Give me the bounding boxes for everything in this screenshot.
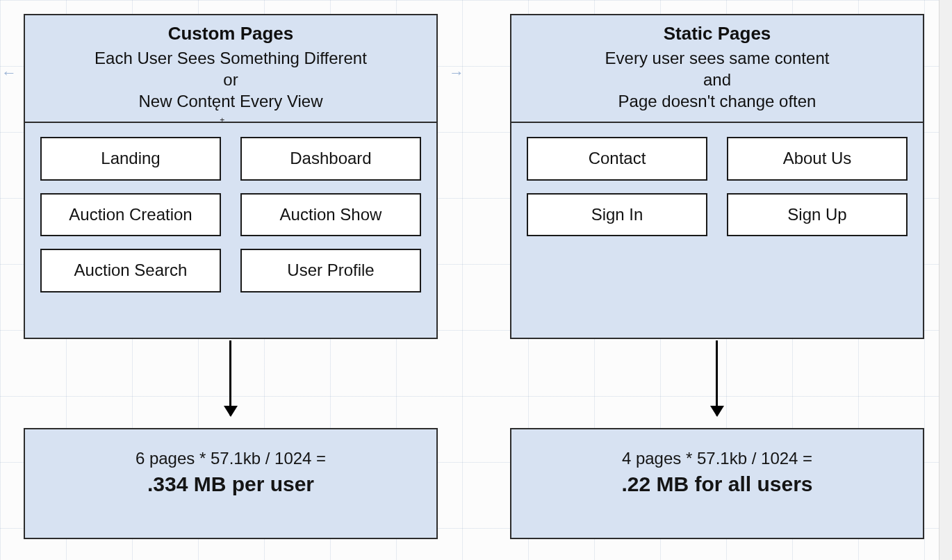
custom-pages-title: Custom Pages (38, 22, 424, 46)
custom-pages-caret-char: ę (212, 92, 221, 110)
page-box-sign-up[interactable]: Sign Up (727, 193, 908, 236)
diagram-canvas[interactable]: ← → Custom Pages Each User Sees Somethin… (0, 0, 952, 560)
page-box-auction-creation[interactable]: Auction Creation (40, 193, 221, 236)
static-pages-panel[interactable]: Static Pages Every user sees same conten… (510, 14, 924, 339)
custom-pages-sub2: New Contęnt Every View (38, 90, 424, 112)
custom-pages-header: Custom Pages Each User Sees Something Di… (25, 15, 436, 123)
canvas-hint-left-arrow-icon: ← (1, 64, 17, 82)
custom-pages-sub2a: New Cont (138, 92, 211, 110)
static-pages-title: Static Pages (524, 22, 910, 46)
static-pages-header: Static Pages Every user sees same conten… (511, 15, 923, 123)
static-pages-body: Contact About Us Sign In Sign Up (511, 123, 923, 250)
static-pages-sub2: Page doesn't change often (524, 90, 910, 112)
static-pages-sub1: Every user sees same content (524, 47, 910, 69)
static-calc-formula: 4 pages * 57.1kb / 1024 = (525, 449, 909, 468)
custom-pages-calc-box[interactable]: 6 pages * 57.1kb / 1024 = .334 MB per us… (24, 428, 438, 539)
static-pages-and: and (524, 69, 910, 90)
arrow-static-to-calc-icon (716, 340, 718, 415)
page-box-user-profile[interactable]: User Profile (240, 249, 421, 292)
page-box-about-us[interactable]: About Us (727, 137, 908, 180)
page-box-sign-in[interactable]: Sign In (527, 193, 707, 236)
custom-calc-formula: 6 pages * 57.1kb / 1024 = (39, 449, 422, 468)
custom-pages-sub1: Each User Sees Something Different (38, 47, 424, 69)
page-box-auction-search[interactable]: Auction Search (40, 249, 221, 292)
custom-calc-result: .334 MB per user (39, 472, 422, 496)
page-box-dashboard[interactable]: Dashboard (240, 137, 421, 180)
static-pages-calc-box[interactable]: 4 pages * 57.1kb / 1024 = .22 MB for all… (510, 428, 924, 539)
page-box-landing[interactable]: Landing (40, 137, 221, 180)
scrollbar-gutter[interactable] (939, 0, 952, 560)
canvas-hint-right-arrow-icon: → (449, 64, 464, 82)
arrow-custom-to-calc-icon (229, 340, 231, 415)
custom-pages-sub2b: nt Every View (221, 92, 322, 110)
page-box-contact[interactable]: Contact (527, 137, 707, 180)
page-box-auction-show[interactable]: Auction Show (240, 193, 421, 236)
custom-pages-body: Landing Dashboard Auction Creation Aucti… (25, 123, 436, 306)
static-calc-result: .22 MB for all users (525, 472, 909, 496)
custom-pages-or: or (38, 69, 424, 90)
custom-pages-panel[interactable]: Custom Pages Each User Sees Something Di… (24, 14, 438, 339)
